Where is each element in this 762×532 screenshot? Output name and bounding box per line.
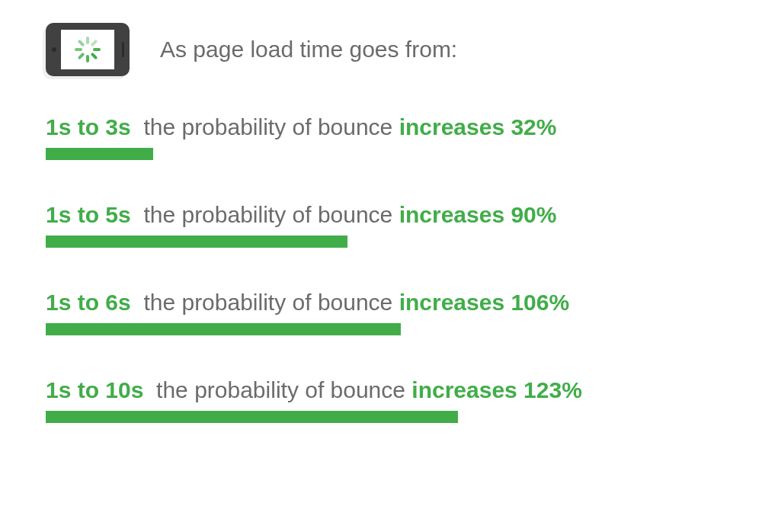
header-title: As page load time goes from: — [160, 37, 457, 62]
stat-row: 1s to 10s the probability of bounce incr… — [46, 377, 716, 423]
time-range: 1s to 5s — [46, 202, 131, 227]
stat-text: 1s to 5s the probability of bounce incre… — [46, 202, 716, 228]
stat-middle: the probability of bounce — [156, 377, 405, 402]
increase-value: increases 32% — [399, 114, 557, 139]
stat-bar — [46, 323, 401, 335]
time-range: 1s to 3s — [46, 114, 131, 139]
stat-text: 1s to 3s the probability of bounce incre… — [46, 114, 716, 140]
stat-middle: the probability of bounce — [143, 114, 392, 139]
increase-value: increases 106% — [399, 290, 570, 315]
increase-value: increases 123% — [411, 377, 582, 402]
increase-value: increases 90% — [399, 202, 557, 227]
phone-screen — [61, 30, 114, 69]
time-range: 1s to 6s — [46, 290, 131, 315]
stat-row: 1s to 6s the probability of bounce incre… — [46, 290, 716, 335]
stat-middle: the probability of bounce — [143, 202, 392, 227]
phone-icon — [46, 23, 130, 76]
stat-rows: 1s to 3s the probability of bounce incre… — [46, 114, 716, 423]
stat-middle: the probability of bounce — [143, 290, 392, 315]
stat-bar — [46, 148, 153, 160]
header: As page load time goes from: — [46, 23, 716, 76]
stat-text: 1s to 6s the probability of bounce incre… — [46, 290, 716, 316]
stat-row: 1s to 3s the probability of bounce incre… — [46, 114, 716, 160]
stat-text: 1s to 10s the probability of bounce incr… — [46, 377, 716, 403]
stat-bar — [46, 411, 458, 423]
time-range: 1s to 10s — [46, 377, 143, 402]
loading-spinner-icon — [75, 37, 101, 62]
stat-row: 1s to 5s the probability of bounce incre… — [46, 202, 716, 248]
stat-bar — [46, 236, 347, 248]
